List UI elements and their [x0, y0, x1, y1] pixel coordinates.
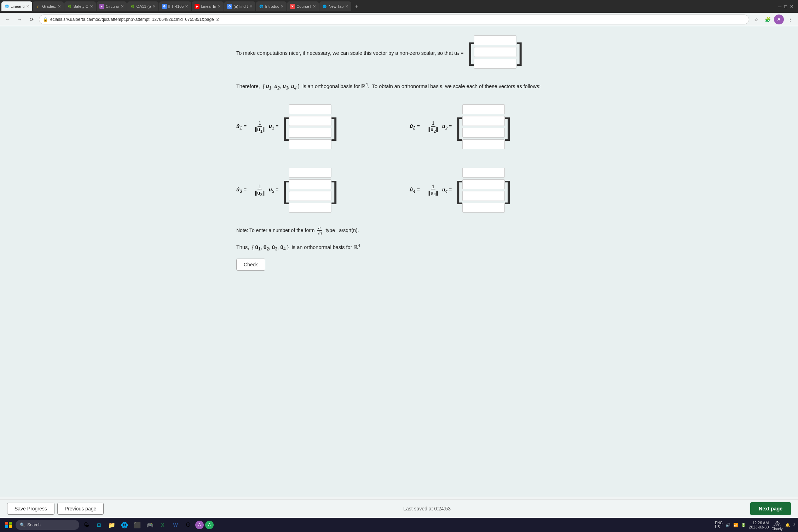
tab-close-circular-icon[interactable]: ✕ — [121, 4, 124, 9]
menu-icon[interactable]: ⋮ — [785, 15, 795, 24]
extensions-icon[interactable]: 🧩 — [763, 15, 773, 24]
tab-intro[interactable]: 🌐 Introduc ✕ — [256, 1, 287, 11]
u3-input-2[interactable] — [289, 179, 331, 189]
taskbar-chrome[interactable]: 🌐 — [119, 519, 130, 531]
u3-input-4[interactable] — [289, 203, 331, 213]
tab-close-oa11-icon[interactable]: ✕ — [152, 4, 156, 9]
u4-vec-input-1[interactable] — [462, 168, 505, 178]
taskbar-widgets[interactable]: 🌤 — [81, 519, 92, 531]
svg-rect-3 — [9, 525, 12, 528]
u4-input-2[interactable] — [474, 47, 516, 57]
next-page-button[interactable]: Next page — [750, 502, 791, 515]
minimize-icon[interactable]: ─ — [778, 4, 781, 9]
tab-close-linearIn-icon[interactable]: ✕ — [218, 4, 221, 9]
notifications-icon[interactable]: 🔔 — [785, 523, 790, 527]
tab-label-safety: Safety C — [74, 4, 88, 8]
save-progress-button[interactable]: Save Progress — [7, 503, 54, 515]
conclusion-text: Thus, { û1, û2, û3, û4 } is an orthonorm… — [236, 243, 562, 251]
u3-input-1[interactable] — [289, 168, 331, 178]
taskbar-explorer[interactable]: 📁 — [106, 519, 117, 531]
last-saved-text: Last saved at 0:24:53 — [106, 506, 747, 511]
tab-close-course-icon[interactable]: ✕ — [313, 4, 316, 9]
u1-input-3[interactable] — [289, 128, 331, 138]
tab-oa11[interactable]: 🌿 OA11 (p ✕ — [127, 1, 158, 11]
u2-input-1[interactable] — [462, 104, 505, 114]
browser-controls: ← → ⟳ 🔒 eclass.srv.ualberta.ca/mod/quiz/… — [0, 13, 798, 26]
tab-close-safety-icon[interactable]: ✕ — [90, 4, 93, 9]
taskbar-time[interactable]: 12:26 AM 2023-03-30 — [749, 521, 769, 529]
u1-input-2[interactable] — [289, 116, 331, 126]
u4-input-3[interactable] — [474, 59, 516, 69]
tab-favicon-course: ✖ — [290, 4, 295, 9]
tab-label-intro: Introduc — [265, 4, 279, 8]
taskbar-app3[interactable]: A — [205, 521, 214, 529]
tab-label-linear-tr: Linear tr — [11, 4, 25, 8]
tab-close-ift-icon[interactable]: ✕ — [185, 4, 188, 9]
bookmark-icon[interactable]: ☆ — [751, 15, 761, 24]
vectors-grid: û1 = 1 ‖u1‖ u1 = [ ] — [236, 102, 562, 215]
address-bar[interactable]: 🔒 eclass.srv.ualberta.ca/mod/quiz/attemp… — [39, 15, 749, 24]
start-button[interactable] — [3, 519, 14, 531]
add-tab-button[interactable]: + — [352, 1, 362, 11]
tab-newtab[interactable]: 🌐 New Tab ✕ — [319, 1, 351, 11]
tab-safety[interactable]: 🌿 Safety C ✕ — [64, 1, 96, 11]
taskbar-gamepad[interactable]: 🎮 — [144, 519, 156, 531]
toolbar-icons: ☆ 🧩 A ⋮ — [751, 15, 795, 24]
right-bracket-u4-2: ] — [505, 166, 511, 215]
taskbar-terminal[interactable]: ⬛ — [132, 519, 143, 531]
tab-close-newtab-icon[interactable]: ✕ — [345, 4, 348, 9]
tab-favicon-grades: 🎓 — [36, 4, 41, 9]
taskbar-battery[interactable]: 🔋 — [741, 523, 746, 527]
tab-close-intro-icon[interactable]: ✕ — [281, 4, 284, 9]
tab-linearIn[interactable]: ▶ Linear In ✕ — [192, 1, 224, 11]
tab-grades[interactable]: 🎓 Grades: ✕ — [33, 1, 63, 11]
taskbar-excel[interactable]: X — [157, 519, 168, 531]
u2-input-2[interactable] — [462, 116, 505, 126]
taskbar-search[interactable]: 🔍 Search — [16, 520, 79, 530]
tab-linear-tr[interactable]: 🌐 Linear tr ✕ — [1, 1, 32, 11]
taskbar-volume[interactable]: 🔊 — [725, 523, 730, 527]
u4-vec-input-4[interactable] — [462, 203, 505, 213]
left-bracket-u1: [ — [282, 102, 289, 151]
close-icon[interactable]: ✕ — [790, 4, 794, 9]
u1-input-1[interactable] — [289, 104, 331, 114]
tab-favicon-ift: G — [162, 4, 167, 9]
taskbar-search-label: Search — [27, 522, 41, 527]
previous-page-button[interactable]: Previous page — [57, 503, 104, 515]
u1-input-4[interactable] — [289, 139, 331, 149]
refresh-button[interactable]: ⟳ — [27, 15, 37, 24]
tab-close-grades-icon[interactable]: ✕ — [58, 4, 61, 9]
taskbar-network[interactable]: 📶 — [733, 523, 738, 527]
u4-input-1[interactable] — [474, 35, 516, 45]
bottom-bar: Save Progress Previous page Last saved a… — [0, 499, 798, 518]
tab-ift[interactable]: G If T:R105 ✕ — [159, 1, 191, 11]
vector-eq-4: û4 = 1 ‖u4‖ u4 = [ ] — [410, 166, 562, 215]
profile-icon[interactable]: A — [774, 15, 784, 24]
taskbar-app2[interactable]: A — [195, 521, 204, 529]
tab-label-ift: If T:R105 — [168, 4, 184, 8]
taskbar-store[interactable]: ⊞ — [93, 519, 105, 531]
check-button[interactable]: Check — [236, 259, 265, 271]
u4-vec-input-2[interactable] — [462, 179, 505, 189]
tab-course[interactable]: ✖ Course I ✕ — [287, 1, 319, 11]
tab-label-grades: Grades: — [42, 4, 56, 8]
u3-inputs — [289, 166, 331, 215]
forward-button[interactable]: → — [15, 15, 25, 24]
tab-find[interactable]: G (a) find t ✕ — [224, 1, 255, 11]
u3-hat-label: û3 = — [236, 186, 247, 194]
back-button[interactable]: ← — [3, 15, 13, 24]
tab-circular[interactable]: ● Circular ✕ — [97, 1, 127, 11]
u2-input-3[interactable] — [462, 128, 505, 138]
u2-input-4[interactable] — [462, 139, 505, 149]
taskbar-g-suite[interactable]: G — [183, 519, 194, 531]
weather-temp: -3°C — [774, 523, 781, 527]
weather-icon: ☁ — [771, 519, 782, 523]
tab-close-find-icon[interactable]: ✕ — [249, 4, 253, 9]
tab-label-linearIn: Linear In — [201, 4, 216, 8]
u3-input-3[interactable] — [289, 191, 331, 201]
tab-close-icon[interactable]: ✕ — [26, 4, 29, 9]
maximize-icon[interactable]: □ — [784, 4, 787, 9]
u4-vec-input-3[interactable] — [462, 191, 505, 201]
u1-matrix: [ ] — [282, 102, 338, 151]
taskbar-word[interactable]: W — [170, 519, 181, 531]
